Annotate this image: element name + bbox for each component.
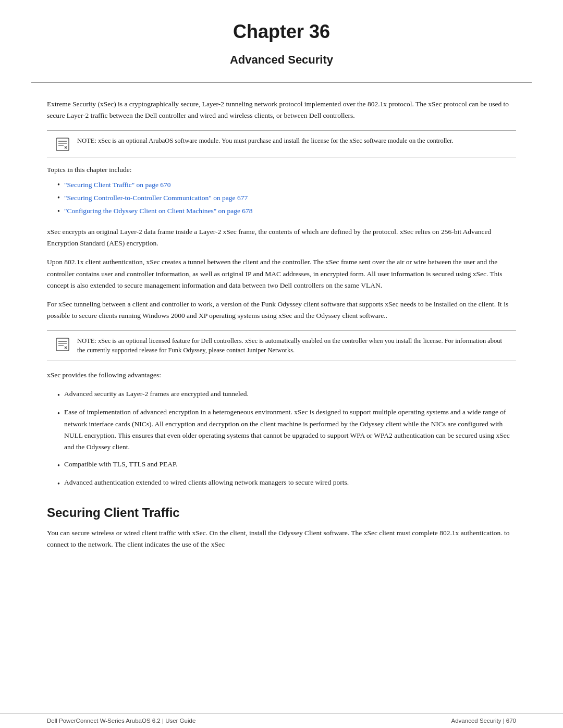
footer-right: Advanced Security | 670 bbox=[451, 718, 516, 724]
advantages-list: Advanced security as Layer-2 frames are … bbox=[57, 388, 516, 489]
advantages-intro: xSec provides the following advantages: bbox=[47, 369, 516, 381]
advantage-text-3: Compatible with TLS, TTLS and PEAP. bbox=[64, 459, 177, 470]
topic-item-2: "Securing Controller-to-Controller Commu… bbox=[57, 191, 516, 204]
body-paragraph-4: For xSec tunneling between a client and … bbox=[47, 299, 516, 322]
page-container: Chapter 36 Advanced Security Extreme Sec… bbox=[0, 0, 563, 728]
note-icon-1 bbox=[55, 137, 70, 152]
section-paragraph-1: You can secure wireless or wired client … bbox=[47, 527, 516, 551]
advantage-item-3: Compatible with TLS, TTLS and PEAP. bbox=[57, 459, 516, 472]
topic-link-3[interactable]: "Configuring the Odyssey Client on Clien… bbox=[64, 205, 253, 217]
section-heading: Securing Client Traffic bbox=[47, 505, 516, 520]
advantage-item-1: Advanced security as Layer-2 frames are … bbox=[57, 388, 516, 401]
chapter-header: Chapter 36 Advanced Security bbox=[0, 0, 563, 77]
content-area: Extreme Security (xSec) is a cryptograph… bbox=[0, 83, 563, 599]
body-paragraph-3: Upon 802.1x client authentication, xSec … bbox=[47, 256, 516, 291]
svg-rect-4 bbox=[56, 338, 69, 351]
chapter-subtitle: Advanced Security bbox=[0, 53, 563, 67]
note-text-1: NOTE: xSec is an optional ArubaOS softwa… bbox=[77, 136, 454, 146]
advantage-text-2: Ease of implementation of advanced encry… bbox=[64, 406, 516, 453]
intro-paragraph-1: Extreme Security (xSec) is a cryptograph… bbox=[47, 98, 516, 121]
topic-item-1: "Securing Client Traffic" on page 670 bbox=[57, 178, 516, 191]
note-icon-2 bbox=[55, 337, 70, 352]
page-footer: Dell PowerConnect W-Series ArubaOS 6.2 |… bbox=[0, 713, 563, 728]
advantage-item-4: Advanced authentication extended to wire… bbox=[57, 477, 516, 490]
chapter-title: Chapter 36 bbox=[0, 21, 563, 43]
note-box-1: NOTE: xSec is an optional ArubaOS softwa… bbox=[47, 130, 516, 157]
topic-item-3: "Configuring the Odyssey Client on Clien… bbox=[57, 205, 516, 218]
advantage-text-4: Advanced authentication extended to wire… bbox=[64, 477, 349, 488]
topics-intro: Topics in this chapter include: bbox=[47, 166, 516, 174]
body-paragraph-2: xSec encrypts an original Layer-2 data f… bbox=[47, 226, 516, 250]
topic-link-1[interactable]: "Securing Client Traffic" on page 670 bbox=[64, 179, 171, 191]
svg-rect-0 bbox=[56, 138, 69, 151]
advantage-text-1: Advanced security as Layer-2 frames are … bbox=[64, 388, 249, 400]
topics-list: "Securing Client Traffic" on page 670 "S… bbox=[57, 178, 516, 218]
note-text-2: NOTE: xSec is an optional licensed featu… bbox=[77, 336, 508, 356]
footer-left: Dell PowerConnect W-Series ArubaOS 6.2 |… bbox=[47, 718, 195, 724]
advantage-item-2: Ease of implementation of advanced encry… bbox=[57, 406, 516, 453]
topic-link-2[interactable]: "Securing Controller-to-Controller Commu… bbox=[64, 192, 248, 204]
note-box-2: NOTE: xSec is an optional licensed featu… bbox=[47, 330, 516, 362]
